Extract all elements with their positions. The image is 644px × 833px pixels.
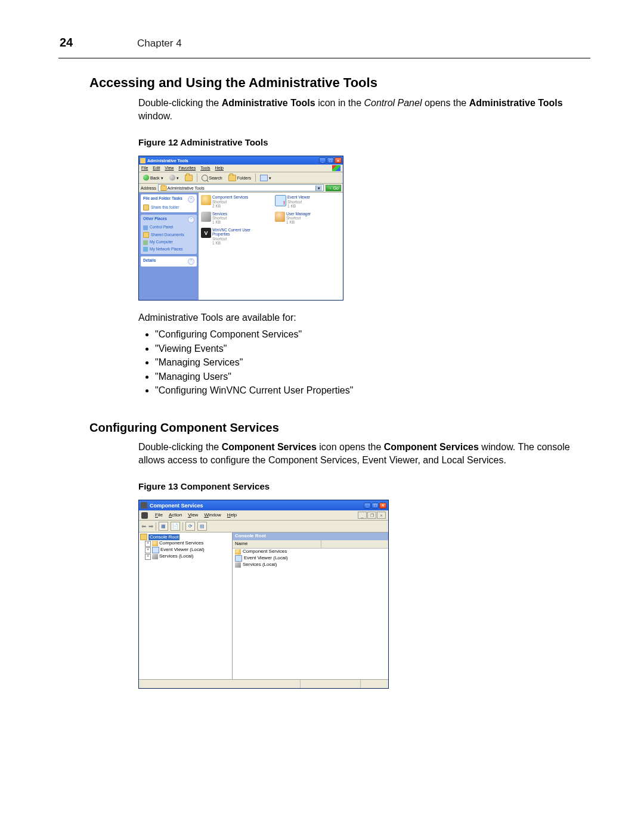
section2-para: Double-clicking the Component Services i… bbox=[138, 441, 590, 466]
shortcut-event-viewer[interactable]: Event ViewerShortcut1 KB bbox=[275, 195, 340, 208]
tree-console-root[interactable]: Console Root bbox=[140, 534, 231, 540]
close-button[interactable]: × bbox=[335, 157, 342, 163]
menu-file[interactable]: File bbox=[155, 512, 163, 519]
page-number: 24 bbox=[60, 36, 137, 49]
menu-favorites[interactable]: Favorites bbox=[178, 165, 196, 171]
go-button[interactable]: → Go bbox=[326, 185, 341, 191]
menu-help[interactable]: Help bbox=[227, 512, 237, 519]
nav-forward-icon[interactable]: ➡ bbox=[148, 522, 153, 531]
folders-button[interactable]: Folders bbox=[227, 174, 253, 182]
expand-icon[interactable]: + bbox=[145, 541, 151, 547]
windows-flag-icon bbox=[332, 165, 340, 171]
shared-docs-icon bbox=[143, 232, 149, 238]
side-my-network-places[interactable]: My Network Places bbox=[143, 247, 194, 252]
bullet-item: "Managing Services" bbox=[155, 356, 590, 369]
tb-btn-2[interactable]: 📄 bbox=[171, 522, 180, 531]
side-title-3: Details bbox=[143, 258, 156, 265]
shortcut-component-services[interactable]: Component ServicesShortcut2 KB bbox=[201, 195, 267, 208]
list-item[interactable]: Services (Local) bbox=[233, 562, 388, 568]
f13-menubar: File Action View Window Help _ ❐ × bbox=[139, 510, 388, 521]
pane-header: Console Root bbox=[233, 532, 388, 540]
back-button[interactable]: Back ▾ bbox=[141, 174, 165, 181]
usr-icon bbox=[275, 212, 285, 222]
txt: opens the bbox=[422, 98, 469, 108]
col-empty[interactable] bbox=[321, 540, 388, 548]
tree-services[interactable]: + Services (Local) bbox=[140, 553, 231, 560]
tree-root-label: Console Root bbox=[148, 534, 179, 541]
tb-btn-4[interactable]: ▤ bbox=[197, 522, 207, 531]
window-icon bbox=[141, 502, 147, 509]
search-icon bbox=[202, 175, 208, 181]
f13-right-pane: Console Root Name Component Services Eve… bbox=[233, 532, 388, 679]
f12-title: Administrative Tools bbox=[147, 158, 319, 163]
views-button[interactable]: ▾ bbox=[258, 174, 273, 182]
collapse-icon[interactable]: ˄ bbox=[188, 216, 194, 223]
menu-view[interactable]: View bbox=[165, 165, 174, 171]
figure13-window: Component Services _ □ × File Action Vie… bbox=[138, 500, 389, 689]
expand-icon[interactable]: + bbox=[145, 547, 151, 553]
forward-button[interactable]: ▾ bbox=[168, 174, 181, 181]
menu-file[interactable]: File bbox=[141, 165, 148, 171]
collapse-icon[interactable]: ˄ bbox=[188, 196, 194, 203]
address-label: Address bbox=[141, 185, 156, 191]
search-button[interactable]: Search bbox=[200, 174, 224, 182]
shortcut-services[interactable]: ServicesShortcut1 KB bbox=[201, 212, 267, 224]
minimize-button[interactable]: _ bbox=[364, 503, 371, 509]
menu-window[interactable]: Window bbox=[204, 512, 221, 519]
figure12-window: Administrative Tools _ □ × File Edit Vie… bbox=[138, 156, 343, 301]
col-name[interactable]: Name bbox=[233, 540, 321, 548]
txt: window. bbox=[138, 111, 172, 121]
f13-titlebar[interactable]: Component Services _ □ × bbox=[139, 500, 388, 510]
mdi-minimize-button[interactable]: _ bbox=[358, 512, 367, 519]
ital-controlpanel: Control Panel bbox=[364, 98, 422, 108]
list-item[interactable]: Event Viewer (Local) bbox=[233, 555, 388, 562]
minimize-button[interactable]: _ bbox=[319, 157, 326, 163]
share-folder-icon bbox=[143, 205, 149, 210]
bullet-item: "Managing Users" bbox=[155, 370, 590, 383]
mdi-restore-button[interactable]: ❐ bbox=[367, 512, 376, 519]
maximize-button[interactable]: □ bbox=[327, 157, 334, 163]
menu-view[interactable]: View bbox=[188, 512, 198, 519]
menu-help[interactable]: Help bbox=[215, 165, 224, 171]
tree-component-services[interactable]: + Component Services bbox=[140, 540, 231, 547]
side-control-panel[interactable]: Control Panel bbox=[143, 225, 194, 230]
column-headers[interactable]: Name bbox=[233, 540, 388, 549]
figure12-caption: Figure 12 Administrative Tools bbox=[138, 137, 590, 148]
vnc-icon: V bbox=[201, 228, 211, 238]
expand-icon[interactable]: ˅ bbox=[188, 258, 194, 265]
tree-label: Services (Local) bbox=[159, 553, 193, 560]
mmc-icon bbox=[141, 512, 148, 519]
close-button[interactable]: × bbox=[379, 503, 386, 509]
side-my-computer[interactable]: My Computer bbox=[143, 240, 194, 245]
menu-tools[interactable]: Tools bbox=[200, 165, 210, 171]
back-label: Back bbox=[150, 175, 160, 181]
address-dropdown-icon[interactable]: ▾ bbox=[315, 185, 322, 191]
tb-btn-1[interactable]: ▦ bbox=[159, 522, 168, 531]
address-field[interactable]: Administrative Tools ▾ bbox=[158, 184, 324, 191]
side-share-folder[interactable]: Share this folder bbox=[143, 205, 194, 210]
f13-title: Component Services bbox=[150, 502, 364, 509]
expand-icon[interactable]: + bbox=[145, 554, 151, 560]
up-folder-icon bbox=[185, 175, 193, 181]
shortcut-winvnc-current-user-properties[interactable]: VWinVNC Current User PropertiesShortcut1… bbox=[201, 228, 267, 245]
views-icon bbox=[260, 175, 268, 181]
f12-titlebar[interactable]: Administrative Tools _ □ × bbox=[139, 156, 343, 165]
svc-icon bbox=[201, 212, 211, 222]
tb-refresh-button[interactable]: ⟳ bbox=[185, 522, 195, 531]
menu-edit[interactable]: Edit bbox=[153, 165, 160, 171]
nav-back-icon[interactable]: ⬅ bbox=[141, 522, 146, 531]
menu-action[interactable]: Action bbox=[169, 512, 182, 519]
maximize-button[interactable]: □ bbox=[371, 503, 379, 509]
side-shared-documents[interactable]: Shared Documents bbox=[143, 232, 194, 238]
section1-para: Double-clicking the Administrative Tools… bbox=[138, 97, 590, 122]
tree-event-viewer[interactable]: + Event Viewer (Local) bbox=[140, 547, 231, 553]
back-arrow-icon bbox=[143, 175, 149, 181]
up-button[interactable] bbox=[183, 174, 194, 182]
status-bar bbox=[139, 679, 388, 688]
f13-tree[interactable]: Console Root + Component Services + Even… bbox=[139, 532, 233, 679]
list-item[interactable]: Component Services bbox=[233, 549, 388, 555]
mdi-close-button[interactable]: × bbox=[377, 512, 386, 519]
bullet-item: "Configuring Component Services" bbox=[155, 328, 590, 341]
shortcut-user-manager[interactable]: User ManagerShortcut1 KB bbox=[275, 212, 340, 224]
header-rule bbox=[58, 58, 590, 58]
